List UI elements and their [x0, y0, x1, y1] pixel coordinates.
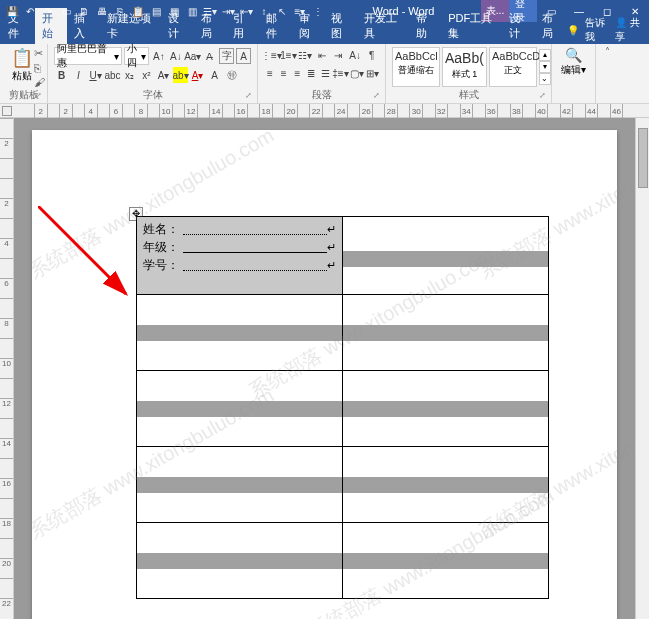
- align-left-icon[interactable]: ≡: [264, 65, 276, 81]
- copy-icon[interactable]: ⎘: [112, 3, 128, 19]
- dec-indent-icon[interactable]: ⇤: [315, 47, 330, 63]
- format-painter-icon[interactable]: 🖌: [34, 76, 45, 88]
- bullets-icon[interactable]: ⋮≡▾: [264, 47, 279, 63]
- tab-view[interactable]: 视图: [324, 8, 357, 44]
- table-cell[interactable]: [137, 447, 343, 523]
- page[interactable]: ✥ 姓名：↵ 年级：↵ 学号：↵: [32, 130, 617, 619]
- clear-format-icon[interactable]: A̶: [202, 48, 217, 64]
- save-icon[interactable]: 💾: [4, 3, 20, 19]
- table-cell[interactable]: [343, 295, 549, 371]
- para-launcher[interactable]: ⤢: [373, 91, 383, 101]
- tell-me-icon[interactable]: 💡: [567, 25, 579, 36]
- change-case-icon[interactable]: Aa▾: [185, 48, 200, 64]
- editing-button[interactable]: 🔍 编辑▾: [558, 47, 589, 77]
- collapse-ribbon-icon[interactable]: ˄: [596, 44, 614, 103]
- borders-icon[interactable]: ⊞▾: [366, 65, 379, 81]
- cut-icon[interactable]: ✂: [34, 47, 45, 60]
- bold-button[interactable]: B: [54, 67, 69, 83]
- print-icon[interactable]: 🖶: [94, 3, 110, 19]
- phonetic-icon[interactable]: 字: [219, 48, 234, 64]
- font-color-icon[interactable]: A▾: [190, 67, 205, 83]
- table-cell[interactable]: [343, 523, 549, 599]
- table-cell[interactable]: [137, 371, 343, 447]
- scrollbar-vertical[interactable]: [635, 118, 649, 619]
- strike-button[interactable]: abc: [105, 67, 120, 83]
- shrink-font-icon[interactable]: A↓: [168, 48, 183, 64]
- numlist-icon[interactable]: ≡▾: [292, 3, 308, 19]
- distribute-icon[interactable]: ☰: [319, 65, 331, 81]
- highlight-icon[interactable]: ab▾: [173, 67, 188, 83]
- enclose-char-icon[interactable]: ㊕: [224, 67, 239, 83]
- ruler-corner[interactable]: [2, 106, 12, 116]
- numbering-icon[interactable]: 1≡▾: [281, 47, 296, 63]
- pointer-icon[interactable]: ↖: [274, 3, 290, 19]
- layout-icon[interactable]: ▤: [148, 3, 164, 19]
- ruler-vertical[interactable]: 2246810121416182022: [0, 118, 14, 619]
- italic-button[interactable]: I: [71, 67, 86, 83]
- char-shading-icon[interactable]: A: [207, 67, 222, 83]
- inc-indent-icon[interactable]: ⇥: [331, 47, 346, 63]
- superscript-button[interactable]: x²: [139, 67, 154, 83]
- style-item[interactable]: AaBb( 样式 1: [442, 47, 487, 87]
- view-icon[interactable]: ▦: [166, 3, 182, 19]
- cols-icon[interactable]: ▥: [184, 3, 200, 19]
- tab-table-layout[interactable]: 布局: [535, 8, 568, 44]
- styles-more-icon[interactable]: ⌄: [539, 73, 551, 85]
- shading-icon[interactable]: ▢▾: [350, 65, 364, 81]
- group-editing: 🔍 编辑▾: [552, 44, 596, 103]
- show-marks-icon[interactable]: ¶: [364, 47, 379, 63]
- tab-table-design[interactable]: 设计: [502, 8, 535, 44]
- new-icon[interactable]: ▭: [58, 3, 74, 19]
- document-canvas[interactable]: ✥ 姓名：↵ 年级：↵ 学号：↵: [14, 118, 635, 619]
- table-cell[interactable]: 姓名：↵ 年级：↵ 学号：↵: [137, 217, 343, 295]
- file-icon[interactable]: 🗎: [76, 3, 92, 19]
- line-spacing-icon[interactable]: ‡≡▾: [333, 65, 348, 81]
- font-name-select[interactable]: 阿里巴巴普惠 ▾: [54, 47, 122, 65]
- table-cell[interactable]: [343, 217, 549, 295]
- justify-icon[interactable]: ≣: [305, 65, 317, 81]
- align-right-icon[interactable]: ≡: [292, 65, 304, 81]
- table-row[interactable]: [137, 447, 549, 523]
- outdent-icon[interactable]: ⇤▾: [238, 3, 254, 19]
- table-row[interactable]: [137, 371, 549, 447]
- underline-button[interactable]: U▾: [88, 67, 103, 83]
- styles-up-icon[interactable]: ▴: [539, 49, 551, 61]
- sort-icon[interactable]: A↓: [348, 47, 363, 63]
- multilevel-icon[interactable]: ☷▾: [298, 47, 313, 63]
- clipboard-launcher[interactable]: ⤢: [35, 91, 45, 101]
- share-button[interactable]: 👤 共享: [615, 16, 643, 44]
- document-table[interactable]: 姓名：↵ 年级：↵ 学号：↵: [136, 216, 549, 599]
- undo-icon[interactable]: ↶: [22, 3, 38, 19]
- font-launcher[interactable]: ⤢: [245, 91, 255, 101]
- more-icon[interactable]: ⋮: [310, 3, 326, 19]
- copy-icon[interactable]: ⎘: [34, 62, 45, 74]
- indent-icon[interactable]: ⇥▾: [220, 3, 236, 19]
- scroll-thumb[interactable]: [638, 128, 648, 188]
- table-row[interactable]: [137, 295, 549, 371]
- table-cell[interactable]: [137, 295, 343, 371]
- table-cell[interactable]: [137, 523, 343, 599]
- align-center-icon[interactable]: ≡: [278, 65, 290, 81]
- style-item[interactable]: AaBbCcD 正文: [489, 47, 537, 87]
- ruler-horizontal[interactable]: 2246810121416182022242628303234363840424…: [0, 104, 649, 118]
- table-cell[interactable]: [343, 371, 549, 447]
- redo-icon[interactable]: ↷: [40, 3, 56, 19]
- tab-pdftools[interactable]: PDF工具集: [441, 8, 502, 44]
- border-char-icon[interactable]: A: [236, 48, 251, 64]
- table-cell[interactable]: [343, 447, 549, 523]
- grow-font-icon[interactable]: A↑: [151, 48, 166, 64]
- table-row[interactable]: [137, 523, 549, 599]
- tab-help[interactable]: 帮助: [409, 8, 442, 44]
- font-size-select[interactable]: 小四▾: [124, 47, 150, 65]
- ruler-icon[interactable]: ↕: [256, 3, 272, 19]
- styles-launcher[interactable]: ⤢: [539, 91, 549, 101]
- tell-me[interactable]: 告诉我: [585, 16, 609, 44]
- table-row[interactable]: 姓名：↵ 年级：↵ 学号：↵: [137, 217, 549, 295]
- style-item[interactable]: AaBbCcl 普通缩右: [392, 47, 440, 87]
- subscript-button[interactable]: x₂: [122, 67, 137, 83]
- paste-icon[interactable]: 📋: [130, 3, 146, 19]
- tab-developer[interactable]: 开发工具: [357, 8, 408, 44]
- list-icon[interactable]: ☰▾: [202, 3, 218, 19]
- styles-down-icon[interactable]: ▾: [539, 61, 551, 73]
- text-effect-icon[interactable]: A▾: [156, 67, 171, 83]
